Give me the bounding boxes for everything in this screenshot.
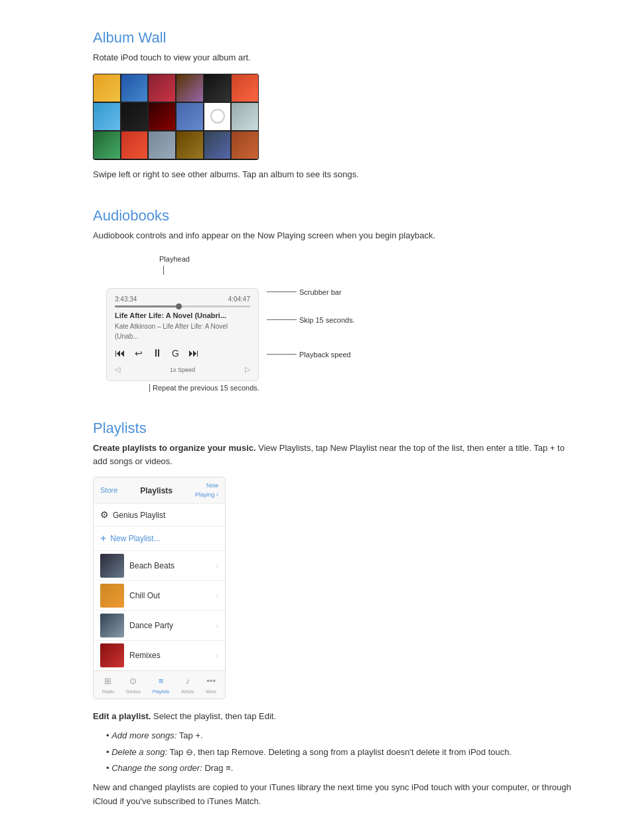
repeat-label: Repeat the previous 15 seconds. — [153, 382, 259, 394]
audio-scrubber[interactable] — [115, 305, 250, 307]
artists-tab-label: Artists — [181, 689, 194, 696]
audio-right-btn[interactable]: ▷ — [245, 364, 250, 375]
audio-sub-controls: ◁ 1x Speed ▷ — [115, 364, 250, 375]
playhead-line — [163, 266, 164, 275]
speed-button[interactable]: G — [172, 347, 179, 361]
playback-speed-label: Playback speed — [299, 349, 351, 361]
radio-label: Radio — [102, 689, 114, 696]
album-cell — [93, 74, 121, 102]
album-cell — [204, 102, 232, 131]
audio-controls: ⏮ ↩ ⏸ G ⏭ — [115, 345, 250, 361]
bullet-delete-song-label: Delete a song: — [111, 747, 167, 757]
audiobooks-section: Audiobooks Audiobook controls and info a… — [93, 205, 580, 393]
playlist-mockup: Store Playlists NowPlaying › ⚙ Genius Pl… — [93, 477, 226, 699]
sync-text: New and changed playlists are copied to … — [93, 781, 580, 809]
new-playlist-plus-icon: + — [100, 531, 106, 546]
bullet-change-order-label: Change the song order: — [111, 763, 202, 773]
playlist-item-beach-beats[interactable]: Beach Beats › — [94, 551, 225, 581]
page-footer: Chapter 8 Music 54 — [93, 835, 580, 840]
playlist-now-playing[interactable]: NowPlaying › — [195, 481, 218, 499]
album-cell — [148, 74, 176, 102]
remixes-arrow: › — [216, 651, 218, 661]
playlist-footer-tabs: ⊞ Radio ⊙ Genius ≡ Playlists ♪ Artists •… — [94, 671, 225, 699]
more-tab-label: More — [206, 689, 216, 696]
repeat-vert-line — [149, 384, 150, 392]
album-wall-title: Album Wall — [93, 27, 580, 48]
album-cell — [231, 102, 259, 131]
footer-tab-artists[interactable]: ♪ Artists — [181, 675, 194, 695]
album-cell — [148, 131, 176, 159]
audiobooks-desc: Audiobook controls and info appear on th… — [93, 229, 580, 242]
album-cell — [204, 131, 232, 159]
artists-tab-icon: ♪ — [185, 675, 190, 688]
remixes-thumb — [100, 643, 124, 667]
album-row-1 — [93, 74, 259, 102]
album-wall-desc: Rotate iPod touch to view your album art… — [93, 51, 580, 64]
playlists-tab-icon: ≡ — [159, 675, 164, 688]
album-cell — [93, 102, 121, 131]
beach-beats-arrow: › — [216, 561, 218, 571]
playlists-intro: Create playlists to organize your music.… — [93, 442, 580, 467]
audio-time-start: 3:43:34 — [115, 294, 137, 304]
genius-playlist-row[interactable]: ⚙ Genius Playlist — [94, 504, 225, 527]
rewind-button[interactable]: ⏮ — [115, 345, 125, 361]
edit-playlist-text: Edit a playlist. Select the playlist, th… — [93, 710, 580, 724]
album-cell — [93, 131, 121, 159]
audio-scrubber-thumb — [176, 303, 182, 309]
playback-speed-annotation: Playback speed — [267, 349, 351, 361]
genius-icon: ⚙ — [100, 508, 109, 522]
playlists-tab-label: Playlists — [153, 689, 170, 696]
album-cell — [176, 74, 204, 102]
chill-out-arrow: › — [216, 591, 218, 601]
footer-tab-genius[interactable]: ⊙ Genius — [126, 675, 141, 695]
audio-time-end: 4:04:47 — [228, 294, 250, 304]
audiobook-diagram: Playhead 3:43:34 4:04:47 Life After Life… — [106, 252, 580, 394]
dance-party-thumb — [100, 614, 124, 637]
playlist-store-btn[interactable]: Store — [100, 485, 117, 496]
genius-label: Genius Playlist — [113, 509, 165, 521]
playlist-item-dance-party[interactable]: Dance Party › — [94, 611, 225, 641]
album-wall-swipe-text: Swipe left or right to see other albums.… — [93, 168, 580, 181]
beach-beats-thumb — [100, 554, 124, 578]
footer-tab-more[interactable]: ••• More — [206, 675, 216, 695]
bullet-add-songs-label: Add more songs: — [111, 730, 176, 740]
album-wall-section: Album Wall Rotate iPod touch to view you… — [93, 27, 580, 181]
playlists-title: Playlists — [93, 417, 580, 439]
beach-beats-name: Beach Beats — [129, 560, 211, 572]
radio-icon: ⊞ — [104, 675, 111, 688]
fast-forward-button[interactable]: ⏭ — [188, 345, 199, 361]
audio-time-row: 3:43:34 4:04:47 — [115, 294, 250, 304]
footer-tab-radio[interactable]: ⊞ Radio — [102, 675, 114, 695]
genius-tab-label: Genius — [126, 689, 141, 696]
repeat15-button[interactable]: ↩ — [135, 347, 143, 361]
skip15-annotation: Skip 15 seconds. — [267, 315, 355, 326]
footer-tab-playlists[interactable]: ≡ Playlists — [153, 675, 170, 695]
dance-party-name: Dance Party — [129, 620, 211, 631]
ann-line — [267, 292, 297, 292]
playlists-section: Playlists Create playlists to organize y… — [93, 417, 580, 809]
audio-left-btn[interactable]: ◁ — [115, 364, 120, 375]
scrubber-bar-annotation: Scrubber bar — [267, 287, 342, 298]
more-tab-icon: ••• — [206, 675, 216, 688]
ann-line — [267, 354, 297, 355]
playhead-label: Playhead — [159, 255, 190, 263]
audio-book-subtitle: Kate Atkinson – Life After Life: A Novel… — [115, 321, 250, 341]
new-playlist-label: New Playlist... — [110, 533, 160, 545]
bullet-delete-song: Delete a song: Tap ⊖, then tap Remove. D… — [106, 746, 580, 760]
edit-playlist-bold: Edit a playlist. — [93, 711, 151, 721]
album-cell — [231, 74, 259, 102]
audiobook-ui-box: 3:43:34 4:04:47 Life After Life: A Novel… — [106, 288, 259, 381]
album-wall-image — [93, 74, 259, 160]
ann-line — [267, 319, 297, 320]
chill-out-thumb — [100, 584, 124, 608]
audiobook-ui-row: 3:43:34 4:04:47 Life After Life: A Novel… — [106, 275, 580, 381]
audio-scrubber-fill — [115, 305, 176, 307]
playlist-item-remixes[interactable]: Remixes › — [94, 641, 225, 671]
playlist-header: Store Playlists NowPlaying › — [94, 477, 225, 504]
remixes-name: Remixes — [129, 649, 211, 661]
album-cell — [176, 102, 204, 131]
play-pause-button[interactable]: ⏸ — [152, 345, 163, 361]
album-cell — [148, 102, 176, 131]
new-playlist-row[interactable]: + New Playlist... — [94, 527, 225, 551]
playlist-item-chill-out[interactable]: Chill Out › — [94, 581, 225, 611]
